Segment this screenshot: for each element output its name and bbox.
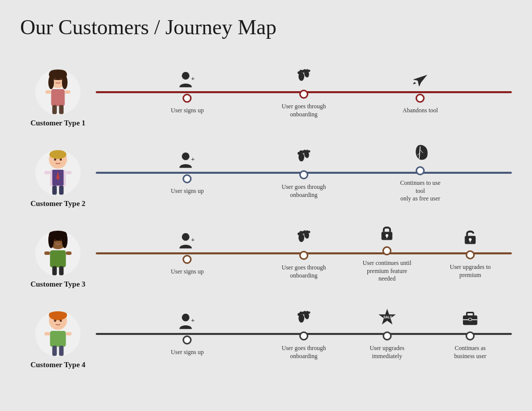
customer-4-label: Customer Type 4 xyxy=(30,361,85,369)
customer-1-avatar xyxy=(35,70,81,115)
customer-2-label: Customer Type 2 xyxy=(30,199,85,208)
step-3-3: User continues until premium feature nee… xyxy=(362,224,412,283)
step-label-1-2: User goes through onboarding xyxy=(282,103,326,118)
step-dot-2-2 xyxy=(299,170,308,179)
svg-point-90 xyxy=(308,311,310,314)
step-4-4: Continues as business user xyxy=(454,308,487,360)
customer-3-avatar xyxy=(35,231,81,276)
svg-point-49 xyxy=(54,239,56,242)
step-label-2-3: Continues to use tool only as free user xyxy=(395,179,445,203)
step-dot-4-3 xyxy=(382,331,391,340)
step-1-3: Abandons tool xyxy=(403,70,438,115)
step-dot-3-4 xyxy=(466,250,475,259)
svg-rect-96 xyxy=(469,318,472,321)
step-4-3: SALE User upgrades immediately xyxy=(370,308,405,360)
svg-point-3 xyxy=(62,76,68,89)
svg-point-48 xyxy=(62,232,68,248)
svg-rect-78 xyxy=(59,346,63,356)
step-dot-4-4 xyxy=(466,331,475,340)
customer-3-label: Customer Type 3 xyxy=(30,280,85,289)
timeline-steps-2: + User signs up User goes through onboar… xyxy=(96,135,512,211)
svg-rect-31 xyxy=(66,171,72,175)
customer-2-avatar xyxy=(35,150,81,195)
svg-point-56 xyxy=(182,233,189,241)
step-label-4-2: User goes through onboarding xyxy=(282,345,326,360)
step-dot-2-1 xyxy=(183,174,192,183)
svg-text:+: + xyxy=(191,236,195,243)
step-icon-sale: SALE xyxy=(377,308,396,329)
step-3-1: + User signs up xyxy=(171,231,204,276)
step-2-2: User goes through onboarding xyxy=(282,147,326,199)
step-label-3-4: User upgrades to premium xyxy=(450,263,491,279)
step-icon-feet xyxy=(294,66,313,88)
timeline-4: + User signs up User goes through onboar… xyxy=(96,296,512,372)
customer-4-avatar-area: Customer Type 4 xyxy=(20,296,96,372)
journey-row-1: Customer Type 1 + User signs up User goe… xyxy=(20,54,512,130)
svg-rect-53 xyxy=(59,266,63,276)
svg-point-88 xyxy=(304,311,306,313)
step-3-2: User goes through onboarding xyxy=(282,227,326,280)
svg-text:SALE: SALE xyxy=(383,315,392,319)
step-label-3-2: User goes through onboarding xyxy=(282,264,326,280)
svg-rect-54 xyxy=(44,252,50,255)
step-label-4-4: Continues as business user xyxy=(454,345,487,360)
step-icon-leaf xyxy=(411,143,430,164)
svg-point-75 xyxy=(59,320,62,322)
step-2-1: + User signs up xyxy=(171,151,204,195)
timeline-3: + User signs up User goes through onboar… xyxy=(96,216,512,291)
step-dot-1-3 xyxy=(416,94,425,103)
svg-rect-94 xyxy=(467,312,474,316)
svg-point-47 xyxy=(48,232,54,248)
step-1-1: + User signs up xyxy=(171,70,204,115)
svg-point-32 xyxy=(182,153,189,160)
journey-map: Customer Type 1 + User signs up User goe… xyxy=(20,54,512,372)
step-icon-briefcase xyxy=(460,308,480,329)
step-icon-lock-closed xyxy=(378,224,396,244)
svg-point-41 xyxy=(308,150,310,153)
step-label-2-1: User signs up xyxy=(171,187,204,195)
svg-point-5 xyxy=(59,78,62,81)
svg-rect-30 xyxy=(44,171,50,175)
svg-point-24 xyxy=(59,159,62,161)
svg-point-4 xyxy=(54,78,56,81)
step-4-1: + User signs up xyxy=(171,312,204,357)
step-icon-signup: + xyxy=(178,312,197,333)
step-label-1-1: User signs up xyxy=(171,107,204,115)
svg-rect-28 xyxy=(52,186,57,195)
step-4-2: User goes through onboarding xyxy=(282,308,326,360)
customer-3-avatar-area: Customer Type 3 xyxy=(20,216,96,291)
step-label-4-1: User signs up xyxy=(171,349,204,357)
svg-point-63 xyxy=(304,230,306,233)
svg-rect-7 xyxy=(52,105,57,114)
step-2-3: Continues to use tool only as free user xyxy=(395,143,445,203)
timeline-steps-1: + User signs up User goes through onboar… xyxy=(96,54,512,130)
step-icon-signup: + xyxy=(178,151,197,172)
svg-point-74 xyxy=(54,320,56,322)
step-dot-3-3 xyxy=(382,246,391,255)
journey-row-4: Customer Type 4 + User signs up User goe… xyxy=(20,296,512,372)
svg-rect-80 xyxy=(66,332,72,336)
step-icon-lock-open xyxy=(461,228,479,248)
svg-rect-77 xyxy=(52,346,57,356)
step-icon-feet xyxy=(294,227,313,249)
svg-rect-29 xyxy=(59,186,63,195)
customer-2-avatar-area: Customer Type 2 xyxy=(20,135,96,211)
svg-rect-6 xyxy=(51,89,65,106)
page-title: Our Customers / Journey Map xyxy=(20,15,512,39)
svg-point-20 xyxy=(308,70,310,72)
svg-point-39 xyxy=(304,150,306,152)
step-dot-1-2 xyxy=(299,90,308,99)
step-dot-4-1 xyxy=(183,335,192,345)
svg-rect-79 xyxy=(44,332,50,336)
svg-point-65 xyxy=(308,231,310,233)
timeline-2: + User signs up User goes through onboar… xyxy=(96,135,512,211)
svg-point-2 xyxy=(48,76,54,89)
step-dot-3-1 xyxy=(183,255,192,264)
svg-rect-51 xyxy=(50,250,66,267)
svg-text:+: + xyxy=(191,316,195,324)
svg-point-50 xyxy=(59,239,62,242)
svg-rect-71 xyxy=(470,240,471,242)
svg-rect-8 xyxy=(59,105,63,114)
step-dot-4-2 xyxy=(299,331,308,340)
svg-point-11 xyxy=(182,72,189,80)
